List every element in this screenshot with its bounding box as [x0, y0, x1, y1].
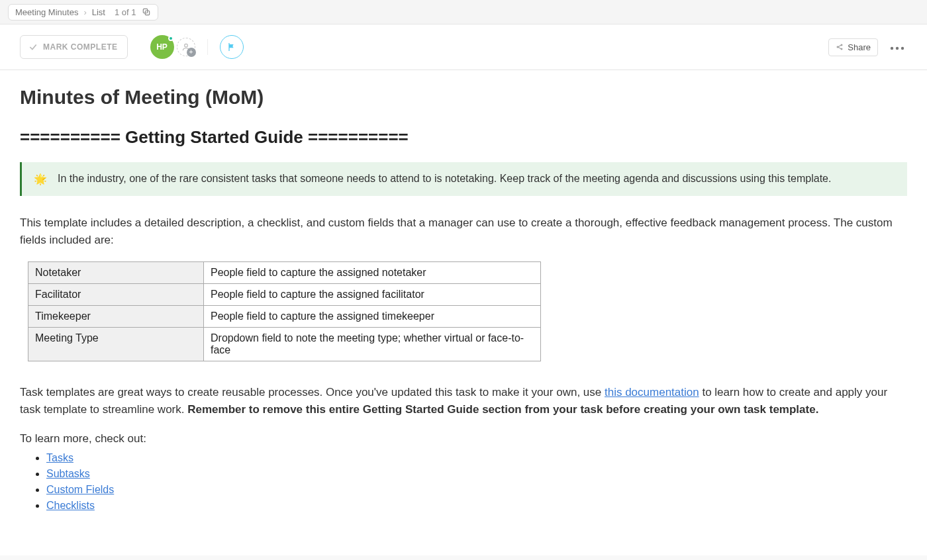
- list-item: Tasks: [46, 452, 907, 464]
- learn-more-list: Tasks Subtasks Custom Fields Checklists: [20, 452, 907, 512]
- breadcrumb-view[interactable]: List: [92, 7, 105, 17]
- assignees: HP +: [150, 35, 195, 59]
- field-name: Facilitator: [28, 283, 204, 305]
- custom-fields-table: Notetaker People field to capture the as…: [28, 261, 541, 361]
- list-item: Subtasks: [46, 468, 907, 480]
- copy-icon[interactable]: [142, 7, 151, 17]
- presence-dot: [168, 36, 173, 41]
- learn-more-label: To learn more, check out:: [20, 430, 907, 447]
- divider: [207, 39, 208, 55]
- share-button[interactable]: Share: [828, 38, 878, 56]
- learn-link-custom-fields[interactable]: Custom Fields: [46, 484, 114, 495]
- field-name: Meeting Type: [28, 327, 204, 361]
- field-name: Timekeeper: [28, 305, 204, 327]
- field-name: Notetaker: [28, 261, 204, 283]
- field-desc: Dropdown field to note the meeting type;…: [204, 327, 541, 361]
- table-row: Meeting Type Dropdown field to note the …: [28, 327, 541, 361]
- mark-complete-label: MARK COMPLETE: [43, 42, 118, 52]
- more-menu-button[interactable]: [887, 38, 907, 56]
- field-desc: People field to capture the assigned tim…: [204, 305, 541, 327]
- avatar[interactable]: HP: [150, 35, 174, 59]
- svg-line-6: [838, 46, 841, 47]
- templates-pre: Task templates are great ways to create …: [20, 386, 605, 398]
- field-desc: People field to capture the assigned not…: [204, 261, 541, 283]
- svg-point-4: [841, 44, 842, 46]
- callout-text: In the industry, one of the rare consist…: [58, 173, 831, 185]
- topbar: Meeting Minutes › List 1 of 1: [0, 0, 927, 24]
- callout-box: 🌟 In the industry, one of the rare consi…: [20, 162, 907, 196]
- breadcrumb[interactable]: Meeting Minutes › List 1 of 1: [8, 4, 158, 21]
- guide-header: ========== Getting Started Guide =======…: [20, 127, 907, 148]
- intro-paragraph: This template includes a detailed descri…: [20, 214, 907, 250]
- svg-point-2: [184, 44, 187, 47]
- avatar-initials: HP: [156, 42, 168, 52]
- add-assignee-button[interactable]: +: [177, 38, 195, 56]
- svg-point-5: [841, 48, 842, 50]
- breadcrumb-count: 1 of 1: [115, 7, 136, 17]
- learn-link-checklists[interactable]: Checklists: [46, 500, 95, 511]
- chevron-right-icon: ›: [83, 7, 86, 17]
- templates-bold: Remember to remove this entire Getting S…: [187, 403, 818, 416]
- share-label: Share: [848, 42, 871, 52]
- list-item: Checklists: [46, 500, 907, 512]
- document-body: Minutes of Meeting (MoM) ========== Gett…: [0, 70, 927, 555]
- svg-point-10: [901, 47, 904, 50]
- task-toolbar: MARK COMPLETE HP + Share: [0, 24, 927, 70]
- templates-paragraph: Task templates are great ways to create …: [20, 384, 907, 419]
- table-row: Notetaker People field to capture the as…: [28, 261, 541, 283]
- list-item: Custom Fields: [46, 484, 907, 496]
- star-icon: 🌟: [34, 173, 47, 185]
- svg-point-3: [837, 46, 838, 48]
- mark-complete-button[interactable]: MARK COMPLETE: [20, 35, 128, 59]
- page-title: Minutes of Meeting (MoM): [20, 86, 907, 109]
- svg-line-7: [838, 48, 841, 49]
- table-row: Facilitator People field to capture the …: [28, 283, 541, 305]
- learn-link-tasks[interactable]: Tasks: [46, 452, 73, 463]
- breadcrumb-root[interactable]: Meeting Minutes: [15, 7, 78, 17]
- svg-point-9: [896, 47, 899, 50]
- plus-icon: +: [187, 48, 196, 57]
- table-row: Timekeeper People field to capture the a…: [28, 305, 541, 327]
- learn-link-subtasks[interactable]: Subtasks: [46, 468, 90, 479]
- priority-flag-button[interactable]: [220, 35, 244, 59]
- svg-point-8: [891, 47, 893, 50]
- documentation-link[interactable]: this documentation: [605, 386, 699, 398]
- field-desc: People field to capture the assigned fac…: [204, 283, 541, 305]
